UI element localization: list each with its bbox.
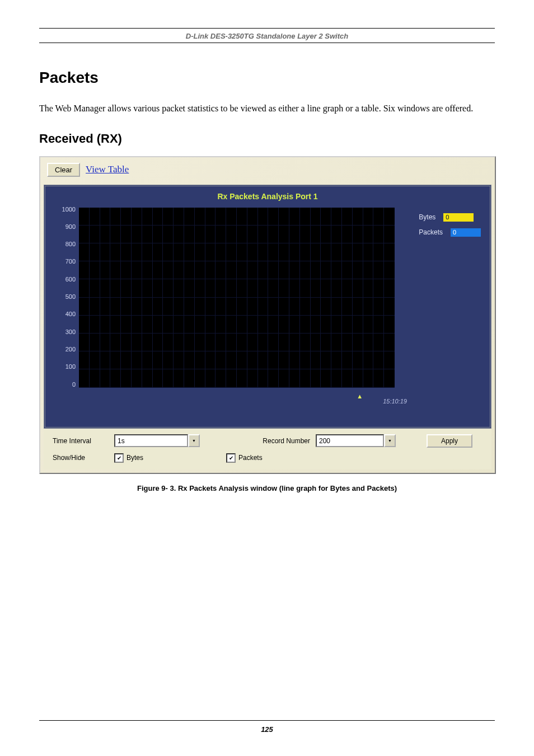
packets-checkbox[interactable]: ✔Packets [226, 453, 316, 463]
legend-row-bytes: Bytes 0 [419, 213, 481, 222]
chart-legend: Bytes 0 Packets 0 [419, 213, 481, 243]
record-number-select[interactable]: 200 ▼ [316, 434, 405, 447]
y-tick: 200 [51, 346, 76, 353]
y-tick: 400 [51, 311, 76, 317]
y-tick: 300 [51, 329, 76, 335]
chart-title: Rx Packets Analysis Port 1 [45, 186, 490, 203]
arrow-up-icon: ▲ [357, 395, 363, 398]
view-table-link[interactable]: View Table [86, 164, 129, 175]
bytes-checkbox[interactable]: ✔Bytes [114, 453, 226, 463]
y-tick: 700 [51, 259, 76, 265]
packets-checkbox-label: Packets [238, 454, 263, 462]
apply-button[interactable]: Apply [427, 434, 472, 448]
intro-paragraph: The Web Manager allows various packet st… [39, 102, 495, 115]
legend-packets-label: Packets [419, 228, 443, 236]
time-interval-value: 1s [114, 434, 188, 447]
heading-received-rx: Received (RX) [39, 132, 495, 146]
y-tick: 500 [51, 294, 76, 300]
legend-row-packets: Packets 0 [419, 228, 481, 237]
figure-caption: Figure 9- 3. Rx Packets Analysis window … [39, 484, 495, 492]
header-title: D-Link DES-3250TG Standalone Layer 2 Swi… [39, 29, 495, 43]
record-number-value: 200 [316, 434, 384, 447]
x-time-label: 15:10:19 [383, 398, 407, 405]
show-hide-label: Show/Hide [53, 454, 114, 462]
record-number-label: Record Number [226, 437, 316, 445]
y-tick: 0 [51, 382, 76, 388]
y-tick: 600 [51, 276, 76, 283]
chart-plot-area: ▲ [79, 208, 395, 388]
window-toolbar: Clear View Table [40, 157, 495, 185]
y-tick: 100 [51, 364, 76, 370]
header-rule-bottom [39, 43, 495, 43]
clear-button[interactable]: Clear [47, 163, 80, 177]
checkbox-checked-icon: ✔ [226, 453, 236, 463]
x-cursor-marker: ▲ [357, 395, 363, 398]
chart-grid [79, 208, 395, 388]
controls-bar: Time Interval 1s ▼ Record Number 200 ▼ A… [44, 429, 491, 469]
legend-bytes-label: Bytes [419, 213, 435, 221]
y-tick: 800 [51, 241, 76, 247]
heading-packets: Packets [39, 69, 495, 87]
y-tick: 1000 [51, 206, 76, 213]
y-tick: 900 [51, 224, 76, 230]
y-axis-ticks: 1000 900 800 700 600 500 400 300 200 100… [51, 206, 76, 388]
bytes-checkbox-label: Bytes [127, 454, 143, 462]
legend-bytes-swatch: 0 [443, 213, 474, 222]
checkbox-checked-icon: ✔ [114, 453, 124, 463]
chevron-down-icon[interactable]: ▼ [188, 434, 200, 447]
chevron-down-icon[interactable]: ▼ [384, 434, 396, 447]
page-number: 125 [39, 721, 495, 734]
time-interval-label: Time Interval [53, 437, 114, 445]
time-interval-select[interactable]: 1s ▼ [114, 434, 226, 447]
legend-packets-swatch: 0 [451, 228, 481, 237]
rx-packets-window: Clear View Table Rx Packets Analysis Por… [39, 156, 496, 474]
chart-panel: Rx Packets Analysis Port 1 1000 900 800 … [44, 185, 491, 429]
